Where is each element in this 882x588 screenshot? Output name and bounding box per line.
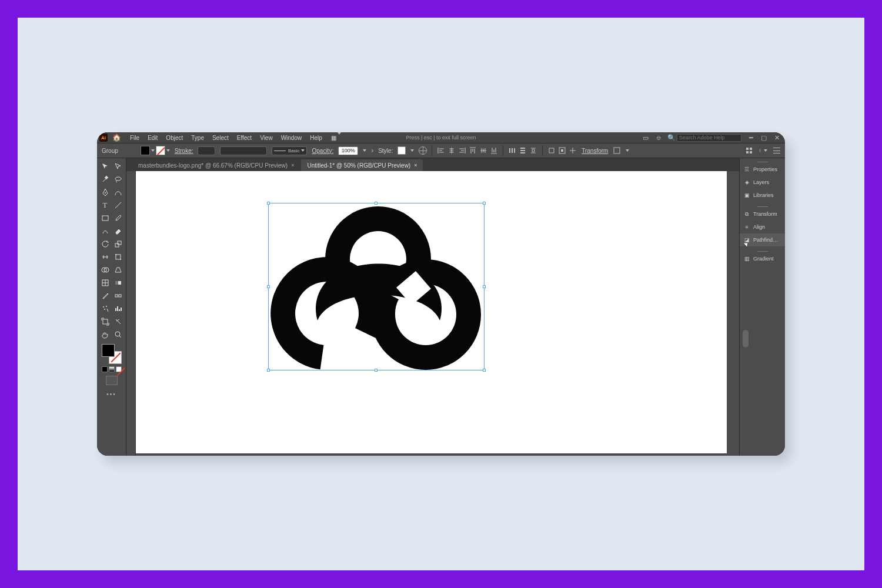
resize-handle[interactable] (375, 369, 377, 372)
home-icon[interactable]: 🏠 (112, 133, 121, 142)
menu-select[interactable]: Select (209, 135, 232, 141)
stroke-profile-dropdown[interactable]: Basic (272, 146, 307, 155)
resize-handle[interactable] (267, 202, 270, 205)
pen-tool-icon[interactable] (99, 186, 111, 198)
align-hcenter-icon[interactable] (447, 146, 456, 155)
color-mode-gradient[interactable] (109, 366, 115, 372)
graphic-style-swatch[interactable] (397, 146, 406, 155)
zoom-tool-icon[interactable] (112, 329, 124, 340)
align-right-icon[interactable] (458, 146, 466, 155)
snap-icon[interactable] (759, 146, 767, 155)
transform-link[interactable]: Transform (582, 148, 608, 154)
graph-tool-icon[interactable] (112, 303, 124, 315)
menu-object[interactable]: Object (163, 135, 186, 141)
resize-handle[interactable] (483, 285, 486, 288)
panel-align[interactable]: ≡Align (740, 220, 785, 233)
lasso-tool-icon[interactable] (112, 173, 124, 185)
eraser-tool-icon[interactable] (112, 225, 124, 237)
curvature-tool-icon[interactable] (112, 186, 124, 198)
align-bottom-icon[interactable] (490, 146, 498, 155)
chevron-down-icon[interactable] (151, 149, 155, 152)
close-icon[interactable]: × (414, 162, 417, 168)
chevron-down-icon[interactable] (410, 149, 414, 152)
eyedropper-tool-icon[interactable] (99, 290, 111, 302)
panel-gradient[interactable]: ▥Gradient (740, 252, 785, 265)
resize-handle[interactable] (375, 202, 377, 205)
brush-definition[interactable] (220, 146, 267, 155)
symbol-sprayer-tool-icon[interactable] (99, 303, 111, 315)
rectangle-tool-icon[interactable] (99, 212, 111, 224)
gpu-icon[interactable]: ⎊ (655, 134, 662, 141)
fill-swatch[interactable] (141, 146, 150, 155)
hand-tool-icon[interactable] (99, 329, 111, 340)
isolate-icon[interactable] (547, 146, 556, 155)
menu-window[interactable]: Window (278, 135, 305, 141)
close-icon[interactable]: × (291, 162, 294, 168)
mesh-tool-icon[interactable] (99, 277, 111, 289)
paintbrush-tool-icon[interactable] (112, 212, 124, 224)
panel-transform[interactable]: ⧉Transform (740, 208, 785, 220)
panel-properties[interactable]: ☰Properties (740, 163, 785, 176)
align-top-icon[interactable] (469, 146, 477, 155)
chevron-down-icon[interactable] (626, 149, 629, 152)
resize-handle[interactable] (483, 369, 486, 372)
menu-help[interactable]: Help (307, 135, 325, 141)
vertical-scrollbar[interactable] (743, 330, 749, 348)
menu-view[interactable]: View (257, 135, 276, 141)
artboard-tool-icon[interactable] (99, 316, 111, 328)
blend-tool-icon[interactable] (112, 290, 124, 302)
line-tool-icon[interactable] (112, 199, 124, 211)
align-left-icon[interactable] (437, 146, 445, 155)
menu-edit[interactable]: Edit (145, 135, 161, 141)
shaper-tool-icon[interactable] (99, 225, 111, 237)
shape-options-icon[interactable] (613, 146, 621, 155)
grid-view-icon[interactable] (745, 146, 753, 155)
edit-toolbar-icon[interactable]: ••• (106, 391, 116, 397)
color-mode-none[interactable] (116, 366, 122, 372)
distribute-v-icon[interactable] (519, 146, 527, 155)
resize-handle[interactable] (267, 369, 270, 372)
screen-mode-icon[interactable] (106, 376, 118, 385)
magic-wand-tool-icon[interactable] (99, 173, 111, 185)
window-max-icon[interactable]: ▢ (760, 134, 767, 141)
menu-effect[interactable]: Effect (234, 135, 255, 141)
panel-libraries[interactable]: ▣Libraries (740, 189, 785, 202)
doc-tab-2[interactable]: Untitled-1* @ 50% (RGB/CPU Preview) × (301, 159, 423, 171)
perspective-tool-icon[interactable] (112, 264, 124, 276)
stroke-weight-input[interactable] (198, 146, 215, 155)
recolor-icon[interactable] (419, 146, 427, 155)
fill-stroke-control[interactable] (102, 344, 122, 364)
canvas[interactable] (136, 171, 739, 456)
panel-menu-icon[interactable] (773, 148, 780, 153)
align-vcenter-icon[interactable] (479, 146, 487, 155)
search-icon[interactable]: 🔍 (668, 134, 675, 141)
help-search-input[interactable] (677, 134, 741, 142)
opacity-input[interactable]: 100% (338, 146, 358, 155)
panel-layers[interactable]: ◈Layers (740, 176, 785, 189)
window-close-icon[interactable]: ✕ (773, 134, 780, 141)
direct-selection-tool-icon[interactable] (112, 161, 124, 172)
gradient-tool-icon[interactable] (112, 277, 124, 289)
menu-type[interactable]: Type (188, 135, 207, 141)
distribute-spacing-icon[interactable] (529, 146, 537, 155)
doc-tab-1[interactable]: masterbundles-logo.png* @ 66.67% (RGB/CP… (132, 159, 300, 171)
selection-tool-icon[interactable] (99, 161, 111, 172)
workspace-switcher-icon[interactable]: ▦ (331, 135, 341, 141)
shape-builder-tool-icon[interactable] (99, 264, 111, 276)
resize-handle[interactable] (483, 202, 486, 205)
rotate-tool-icon[interactable] (99, 238, 111, 250)
stroke-swatch[interactable] (156, 146, 165, 155)
selection-bounding-box[interactable] (268, 203, 485, 370)
expand-icon[interactable]: › (371, 146, 373, 155)
resize-handle[interactable] (267, 285, 270, 288)
free-transform-tool-icon[interactable] (112, 251, 124, 263)
menu-file[interactable]: File (127, 135, 142, 141)
distribute-h-icon[interactable] (508, 146, 516, 155)
scale-tool-icon[interactable] (112, 238, 124, 250)
arrange-documents-icon[interactable]: ▭ (642, 134, 649, 141)
type-tool-icon[interactable]: T (99, 199, 111, 211)
fill-color-icon[interactable] (102, 344, 115, 357)
window-min-icon[interactable]: ━ (747, 134, 754, 141)
align-to-icon[interactable] (569, 146, 577, 155)
color-mode-solid[interactable] (102, 366, 108, 372)
